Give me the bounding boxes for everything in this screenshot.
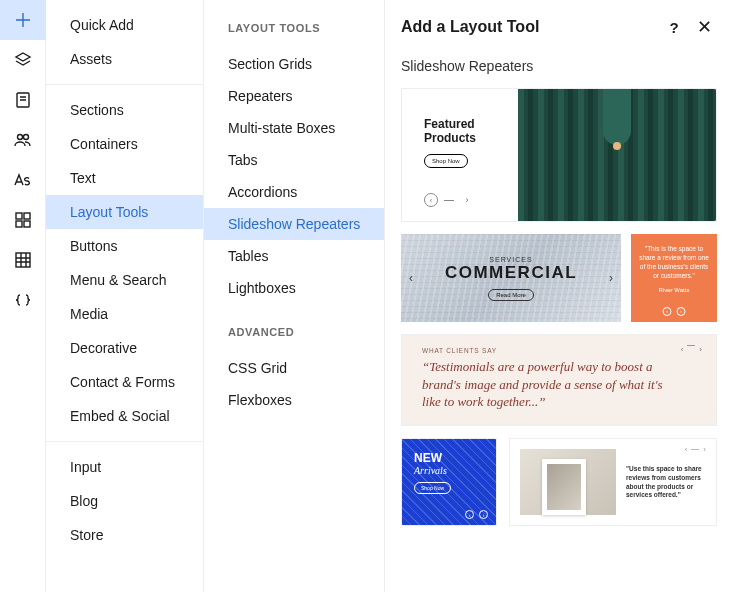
category-item[interactable]: Text [46, 161, 203, 195]
icon-rail [0, 0, 46, 592]
card-kicker: WHAT CLIENTS SAY [422, 347, 696, 354]
next-icon: › [677, 307, 686, 316]
tool-item[interactable]: Tabs [204, 144, 384, 176]
template-card[interactable]: Featured Products Shop Now ‹ › [401, 88, 717, 222]
review-text: "This is the space to share a review fro… [639, 244, 709, 280]
svg-rect-5 [16, 221, 22, 227]
close-icon: ✕ [697, 18, 712, 36]
rail-users-icon[interactable] [0, 120, 46, 160]
svg-rect-6 [24, 221, 30, 227]
next-icon: › [460, 193, 474, 207]
prev-icon: ‹ [663, 307, 672, 316]
next-icon: › [699, 345, 702, 354]
tool-item[interactable]: Accordions [204, 176, 384, 208]
panel-subtitle: Slideshow Repeaters [401, 58, 717, 74]
rail-grid-icon[interactable] [0, 200, 46, 240]
rail-layers-icon[interactable] [0, 40, 46, 80]
rail-table-icon[interactable] [0, 240, 46, 280]
svg-rect-3 [16, 213, 22, 219]
template-card[interactable]: NEW Arrivals Shop Now ‹ › [401, 438, 497, 526]
tool-item[interactable]: CSS Grid [204, 352, 384, 384]
tools-panel: LAYOUT TOOLS Section GridsRepeatersMulti… [204, 0, 385, 592]
tool-item[interactable]: Tables [204, 240, 384, 272]
review-text: "Use this space to share reviews from cu… [626, 449, 706, 515]
tool-item[interactable]: Repeaters [204, 80, 384, 112]
rail-add-icon[interactable] [0, 0, 46, 40]
close-button[interactable]: ✕ [695, 18, 713, 36]
shop-now-button: Shop Now [424, 154, 468, 168]
card-heading: Featured [424, 117, 518, 131]
category-item[interactable]: Contact & Forms [46, 365, 203, 399]
next-icon: › [609, 271, 613, 285]
category-item[interactable]: Sections [46, 93, 203, 127]
category-item[interactable]: Decorative [46, 331, 203, 365]
tool-item[interactable]: Slideshow Repeaters [204, 208, 384, 240]
card-kicker: SERVICES [445, 256, 577, 263]
layout-tools-heading: LAYOUT TOOLS [228, 22, 384, 34]
testimonial-quote: “Testimonials are a powerful way to boos… [422, 358, 672, 411]
tool-item[interactable]: Section Grids [204, 48, 384, 80]
category-item[interactable]: Buttons [46, 229, 203, 263]
category-item[interactable]: Input [46, 450, 203, 484]
prev-icon: ‹ [465, 510, 474, 519]
category-item[interactable]: Containers [46, 127, 203, 161]
category-item[interactable]: Media [46, 297, 203, 331]
category-item[interactable]: Layout Tools [46, 195, 203, 229]
read-more-button: Read More [488, 289, 534, 301]
prev-icon: ‹ [685, 445, 688, 454]
prev-icon: ‹ [409, 271, 413, 285]
category-item[interactable]: Blog [46, 484, 203, 518]
help-button[interactable]: ? [665, 18, 683, 36]
svg-point-1 [17, 135, 22, 140]
reviewer-name: River Watts [639, 286, 709, 294]
category-item[interactable]: Quick Add [46, 8, 203, 42]
tool-item[interactable]: Lightboxes [204, 272, 384, 304]
next-icon: › [703, 445, 706, 454]
tool-item[interactable]: Flexboxes [204, 384, 384, 416]
category-panel: Quick AddAssets SectionsContainersTextLa… [46, 0, 204, 592]
template-card[interactable]: ‹ › WHAT CLIENTS SAY “Testimonials are a… [401, 334, 717, 426]
template-card[interactable]: ‹ SERVICES COMMERCIAL Read More › "This … [401, 234, 717, 322]
prev-icon: ‹ [681, 345, 684, 354]
card-title: COMMERCIAL [445, 263, 577, 283]
advanced-heading: ADVANCED [228, 326, 384, 338]
card-heading: Products [424, 131, 518, 145]
category-item[interactable]: Menu & Search [46, 263, 203, 297]
tool-item[interactable]: Multi-state Boxes [204, 112, 384, 144]
rail-typography-icon[interactable] [0, 160, 46, 200]
svg-rect-7 [16, 253, 30, 267]
template-card[interactable]: ‹ › "Use this space to share reviews fro… [509, 438, 717, 526]
category-item[interactable]: Assets [46, 42, 203, 76]
rail-page-icon[interactable] [0, 80, 46, 120]
category-item[interactable]: Embed & Social [46, 399, 203, 433]
category-item[interactable]: Store [46, 518, 203, 552]
svg-point-2 [23, 135, 28, 140]
prev-icon: ‹ [424, 193, 438, 207]
svg-rect-4 [24, 213, 30, 219]
preview-panel: Add a Layout Tool ? ✕ Slideshow Repeater… [385, 0, 729, 592]
rail-code-icon[interactable] [0, 280, 46, 320]
panel-title: Add a Layout Tool [401, 18, 539, 36]
next-icon: › [479, 510, 488, 519]
